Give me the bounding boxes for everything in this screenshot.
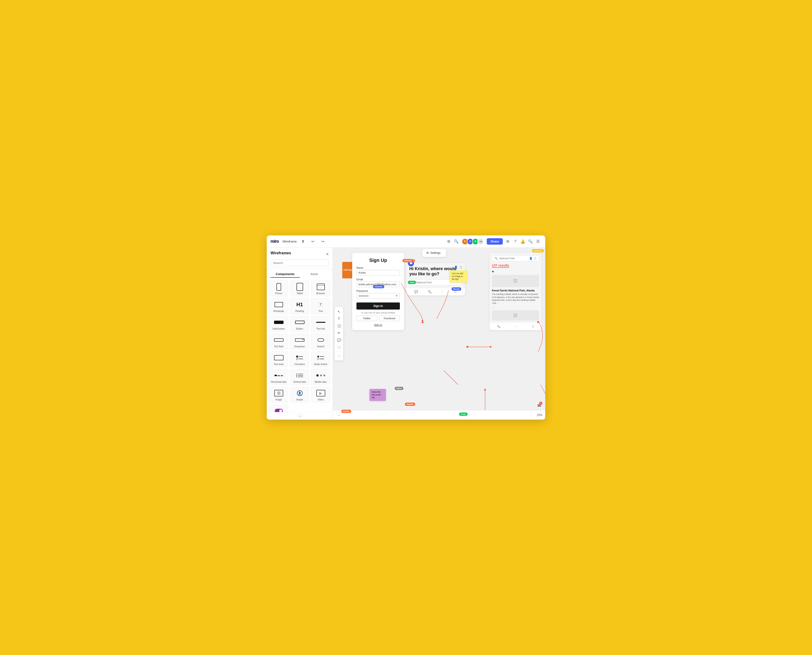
sidebar-item-text[interactable]: T Text [311, 298, 330, 314]
sidebar-item-label: Browser [316, 292, 325, 295]
main-area: Wireframes ✕ Components Icons Phone Tabl… [267, 248, 545, 420]
password-field-group: Password 👁 [356, 289, 400, 299]
sidebar-item-label: Solid button [272, 328, 285, 330]
bottom-back-btn[interactable]: ← [336, 412, 343, 418]
cursor-santosh: Santosh [532, 249, 544, 252]
sidebar-item-label: Mobile tabs [315, 381, 327, 383]
signin-link-text[interactable]: Sign In [374, 323, 382, 326]
menu-icon-btn[interactable]: ☰ [534, 238, 542, 245]
upload-btn[interactable]: ⬆ [299, 238, 307, 245]
text-icon: T [315, 300, 327, 309]
twitter-button[interactable]: Twitter [356, 315, 377, 321]
heart-icon-bottom[interactable]: ♡ [441, 290, 444, 294]
sidebar-item-text-area[interactable]: Text area [269, 351, 288, 367]
sidebar-item-toggle[interactable]: Toggle [269, 404, 288, 412]
sidebar-item-dropdown[interactable]: Dropdown [290, 334, 309, 349]
search-icon-btn[interactable]: 🔍 [527, 238, 534, 245]
sidebar-item-phone[interactable]: Phone [269, 280, 288, 296]
sidebar-item-search[interactable]: Search [311, 334, 330, 349]
rb-heart-icon[interactable]: ♡ [515, 325, 517, 328]
cursor-carlos: Carlos [341, 410, 351, 413]
sticky-note-image[interactable]: Can we add an image to the bg? [450, 271, 467, 282]
sidebar-item-text-field[interactable]: Text field [269, 334, 288, 349]
solid-button-icon [273, 318, 284, 326]
text-tool-btn[interactable]: T [336, 315, 342, 322]
tab-components[interactable]: Components [270, 271, 300, 278]
search-icon-bottom[interactable]: 🔍 [428, 290, 431, 294]
sidebar-item-tablet[interactable]: Tablet [290, 280, 309, 296]
sticky-text-move-link: Move the link to the top [372, 391, 381, 398]
canvas-area[interactable]: ↖ T ⬜ ✏ 💬 ⬚ ··· Add logo here Ahmed Carm… [333, 248, 545, 420]
chat-icon-bottom[interactable]: 💬 [414, 290, 418, 294]
sticky-note-move-link[interactable]: Move the link to the top [369, 389, 386, 401]
result-heart2-icon[interactable]: ♡ [492, 306, 539, 309]
sidebar-close-btn[interactable]: ✕ [326, 252, 329, 257]
frame-tool-btn[interactable]: ⬚ [336, 344, 342, 351]
tab-icons[interactable]: Icons [300, 271, 329, 278]
filter-icon-btn[interactable]: ⚙ [445, 238, 452, 245]
sidebar-item-solid-button[interactable]: Solid button [269, 316, 288, 332]
signup-title: Sign Up [356, 258, 400, 263]
sidebar-item-rectangle[interactable]: Rectangle [269, 298, 288, 314]
pen-tool-btn[interactable]: ✏ [336, 330, 342, 336]
rectangle-icon [273, 300, 284, 309]
zoom-level: 25% [537, 414, 542, 417]
sidebar-search-input[interactable] [270, 260, 329, 266]
text-area-icon [273, 354, 284, 362]
more-tools-btn[interactable]: ··· [336, 352, 342, 359]
sidebar-item-button[interactable]: Button [290, 316, 309, 332]
expand-sidebar-btn[interactable]: » [297, 414, 302, 418]
sidebar-item-mobile-tabs[interactable]: Mobile tabs [311, 369, 330, 385]
rb-search-icon[interactable]: 🔍 [497, 325, 500, 328]
password-toggle-icon[interactable]: 👁 [395, 294, 398, 298]
help-icon-btn[interactable]: ? [512, 238, 519, 245]
results-search-bar: 🔍 National Park 👤 ☰ [492, 255, 539, 261]
avatar-more[interactable]: +9 [477, 238, 484, 245]
signin-link: Sign In [356, 323, 400, 326]
sidebar-item-vertical-tabs[interactable]: Vertical tabs [290, 369, 309, 385]
sidebar-item-browser[interactable]: Browser [311, 280, 330, 296]
rb-menu-icon[interactable]: ☰ [532, 325, 534, 328]
result-image-placeholder: 🖼 [492, 275, 539, 287]
sidebar: Wireframes ✕ Components Icons Phone Tabl… [267, 248, 333, 420]
radio-button-icon [315, 354, 327, 362]
sidebar-item-label: Horizontal tabs [271, 381, 287, 383]
text-field-icon [273, 336, 284, 344]
name-label: Name [356, 266, 400, 269]
results-search-icon: 🔍 [494, 257, 498, 260]
cursor-akira: Akira [394, 387, 404, 390]
sidebar-item-video[interactable]: ▶ Video [311, 387, 330, 403]
sidebar-item-image[interactable]: 🖼 Image [269, 387, 288, 403]
results-heart-icon[interactable]: ♥ [492, 270, 539, 274]
shape-tool-btn[interactable]: ⬜ [336, 323, 342, 329]
zoom-icon-btn[interactable]: 🔍 [453, 238, 460, 245]
settings-icon-btn[interactable]: ⚙ [504, 238, 511, 245]
sidebar-item-label: Search [317, 345, 325, 348]
name-field-group: Name [356, 266, 400, 275]
name-input[interactable] [356, 270, 400, 275]
sidebar-item-label: Tablet [296, 292, 303, 295]
comment-tool-btn[interactable]: 💬 [336, 337, 342, 343]
sidebar-item-label: Vertical tabs [293, 381, 306, 383]
facebook-button[interactable]: Facebook [379, 315, 400, 321]
avatar-group: K S O +9 [462, 238, 484, 245]
sidebar-item-horizontal-tabs[interactable]: Horizontal tabs [269, 369, 288, 385]
sidebar-item-label: Video [318, 398, 324, 401]
sidebar-item-radio-button[interactable]: Radio button [311, 351, 330, 367]
sign-in-button[interactable]: Sign In [356, 303, 400, 309]
sidebar-item-heading[interactable]: H1 Heading [290, 298, 309, 314]
redo-btn[interactable]: ↪ [319, 238, 327, 245]
svg-point-0 [422, 321, 424, 323]
sidebar-item-checkbox[interactable]: Checkbox [290, 351, 309, 367]
undo-btn[interactable]: ↩ [310, 238, 316, 245]
share-button[interactable]: Share [487, 238, 503, 244]
notification-icon-btn[interactable]: 🔔 [519, 238, 526, 245]
result-description: The Harding Icefield, which is actually … [492, 293, 539, 304]
cursor-nicole: Nicole [451, 288, 461, 291]
settings-row: ⚙ Settings [426, 251, 442, 255]
cursor-tool-btn[interactable]: ↖ [336, 308, 342, 315]
notification-area: ✉ 2 [537, 403, 541, 408]
password-input[interactable] [356, 293, 400, 299]
sidebar-item-avatar[interactable]: 👤 Avatar [290, 387, 309, 403]
sidebar-item-text-link[interactable]: Text link [311, 316, 330, 332]
